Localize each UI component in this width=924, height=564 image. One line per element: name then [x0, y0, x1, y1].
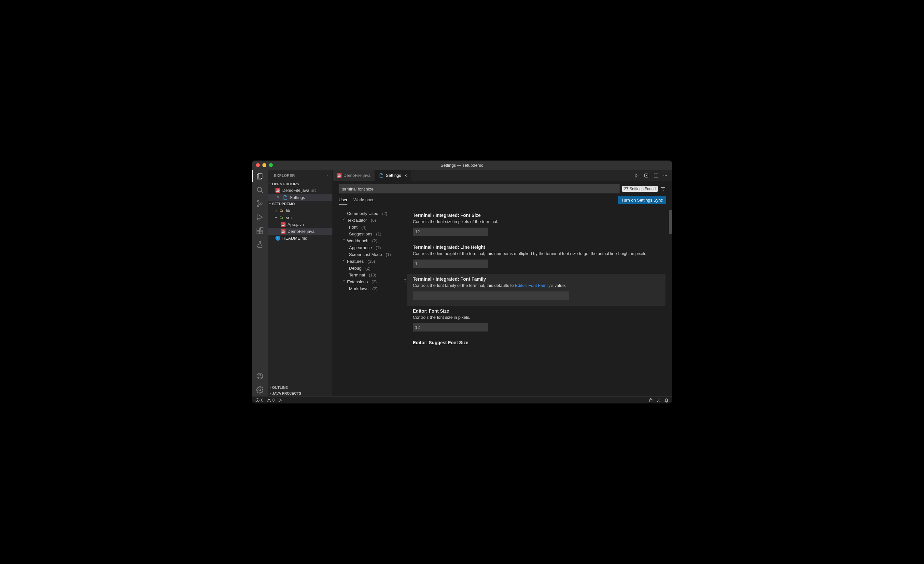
- tree-folder-lib[interactable]: › 🗀 lib: [268, 207, 332, 214]
- setting-terminal-font-size[interactable]: Terminal › Integrated: Font Size Control…: [407, 210, 666, 242]
- maximize-window-button[interactable]: [269, 163, 273, 167]
- nav-font[interactable]: Font (4): [342, 224, 404, 231]
- run-icon[interactable]: [634, 173, 639, 178]
- tree-file-readme[interactable]: i README.md: [268, 235, 332, 242]
- problems-errors[interactable]: 0: [255, 398, 263, 402]
- chevron-down-icon: ›: [342, 280, 346, 284]
- setting-description: Controls the font size in pixels.: [413, 315, 666, 321]
- scope-row: User Workspace Turn on Settings Sync: [333, 195, 672, 205]
- nav-workbench[interactable]: › Workbench (2): [342, 237, 404, 244]
- setting-editor-suggest-font-size[interactable]: Editor: Suggest Font Size: [407, 338, 666, 352]
- nav-text-editor[interactable]: › Text Editor (6): [342, 217, 404, 224]
- chevron-down-icon: ›: [268, 183, 272, 184]
- tab-label: DemoFile.java: [344, 173, 370, 178]
- open-changes-icon[interactable]: [644, 173, 649, 178]
- live-share-icon[interactable]: [656, 398, 661, 402]
- accounts-icon[interactable]: [256, 372, 264, 380]
- more-actions-icon[interactable]: ···: [663, 172, 668, 178]
- folder-icon: 🗀: [279, 215, 284, 220]
- results-count-badge: 27 Settings Found: [622, 186, 658, 192]
- setting-title: Editor: Suggest Font Size: [413, 340, 666, 345]
- settings-gear-icon[interactable]: [256, 386, 264, 394]
- scrollbar[interactable]: [669, 210, 672, 234]
- open-editor-item[interactable]: × Settings: [268, 194, 332, 201]
- setting-terminal-line-height[interactable]: Terminal › Integrated: Line Height Contr…: [407, 242, 666, 274]
- setting-terminal-font-family[interactable]: Terminal › Integrated: Font Family Contr…: [407, 274, 666, 306]
- settings-sync-button[interactable]: Turn on Settings Sync: [618, 196, 666, 204]
- testing-icon[interactable]: [256, 241, 264, 249]
- svg-rect-9: [261, 228, 263, 230]
- window-title: Settings — setupdemo: [441, 163, 483, 168]
- setting-value-input[interactable]: [413, 323, 488, 332]
- sidebar: EXPLORER ··· › OPEN EDITORS ☕ DemoFile.j…: [268, 170, 333, 396]
- tab-settings[interactable]: Settings ×: [375, 170, 411, 181]
- feedback-icon[interactable]: [648, 398, 653, 402]
- setting-title: Terminal › Integrated: Font Size: [413, 213, 666, 218]
- nav-debug[interactable]: Debug (2): [342, 265, 404, 272]
- explorer-icon[interactable]: [256, 172, 264, 180]
- tab-demofile[interactable]: ☕ DemoFile.java: [333, 170, 375, 181]
- java-projects-header[interactable]: › JAVA PROJECTS: [268, 390, 332, 396]
- outline-header[interactable]: › OUTLINE: [268, 385, 332, 390]
- scope-tab-workspace[interactable]: Workspace: [353, 195, 374, 204]
- setting-value-input[interactable]: [413, 260, 488, 268]
- project-header[interactable]: › SETUPDEMO: [268, 201, 332, 207]
- problems-warnings[interactable]: 0: [267, 398, 275, 402]
- open-editor-name: Settings: [290, 195, 305, 200]
- nav-features[interactable]: › Features (15): [342, 258, 404, 265]
- svg-point-3: [258, 205, 259, 207]
- nav-extensions[interactable]: › Extensions (2): [342, 278, 404, 285]
- svg-rect-8: [260, 231, 263, 234]
- editor-area: ☕ DemoFile.java Settings × ···: [333, 170, 672, 396]
- scope-tab-user[interactable]: User: [339, 195, 347, 204]
- debug-status[interactable]: [278, 398, 282, 402]
- run-debug-icon[interactable]: [256, 213, 264, 221]
- svg-point-12: [259, 389, 261, 391]
- svg-point-1: [257, 187, 262, 192]
- tab-bar: ☕ DemoFile.java Settings × ···: [333, 170, 672, 181]
- close-icon[interactable]: ×: [276, 195, 280, 200]
- search-icon[interactable]: [256, 186, 264, 194]
- sidebar-more-icon[interactable]: ···: [322, 172, 328, 178]
- tree-folder-src[interactable]: › 🗀 src: [268, 214, 332, 221]
- traffic-lights: [252, 163, 273, 167]
- tree-item-label: README.md: [282, 236, 308, 241]
- nav-markdown[interactable]: Markdown (2): [342, 285, 404, 292]
- settings-list[interactable]: Terminal › Integrated: Font Size Control…: [404, 208, 672, 396]
- tree-file-demofile[interactable]: ☕ DemoFile.java: [268, 228, 332, 235]
- nav-screencast[interactable]: Screencast Mode (1): [342, 251, 404, 258]
- close-window-button[interactable]: [256, 163, 260, 167]
- settings-search-input[interactable]: [339, 184, 620, 194]
- setting-value-input[interactable]: [413, 228, 488, 236]
- source-control-icon[interactable]: [256, 200, 264, 207]
- gear-icon[interactable]: [404, 277, 406, 282]
- chevron-down-icon: ›: [268, 203, 272, 204]
- setting-description: Controls the line height of the terminal…: [413, 251, 666, 257]
- font-family-link[interactable]: Editor: Font Family: [515, 283, 550, 288]
- java-file-icon: ☕: [280, 229, 285, 234]
- svg-rect-7: [257, 231, 260, 234]
- java-file-icon: ☕: [337, 173, 342, 178]
- setting-title: Editor: Font Size: [413, 308, 666, 314]
- tree-file-app[interactable]: ☕ App.java: [268, 221, 332, 228]
- status-bar: 0 0: [252, 396, 672, 404]
- notifications-icon[interactable]: [664, 398, 669, 402]
- app-window: Settings — setupdemo: [252, 160, 672, 404]
- filter-icon[interactable]: [660, 186, 666, 192]
- extensions-icon[interactable]: [256, 227, 264, 235]
- chevron-down-icon: ›: [342, 219, 346, 222]
- minimize-window-button[interactable]: [262, 163, 266, 167]
- chevron-right-icon: ›: [270, 386, 271, 390]
- close-tab-icon[interactable]: ×: [404, 173, 407, 178]
- nav-appearance[interactable]: Appearance (1): [342, 244, 404, 251]
- open-editor-item[interactable]: ☕ DemoFile.java src: [268, 187, 332, 194]
- setting-editor-font-size[interactable]: Editor: Font Size Controls the font size…: [407, 306, 666, 338]
- setting-value-input[interactable]: [413, 291, 569, 300]
- activity-bar: [252, 170, 268, 396]
- nav-commonly-used[interactable]: Commonly Used (2): [342, 210, 404, 217]
- split-editor-icon[interactable]: [654, 173, 658, 178]
- nav-terminal[interactable]: Terminal (13): [342, 272, 404, 278]
- open-editors-header[interactable]: › OPEN EDITORS: [268, 181, 332, 187]
- outline-label: OUTLINE: [272, 386, 288, 390]
- nav-suggestions[interactable]: Suggestions (1): [342, 231, 404, 237]
